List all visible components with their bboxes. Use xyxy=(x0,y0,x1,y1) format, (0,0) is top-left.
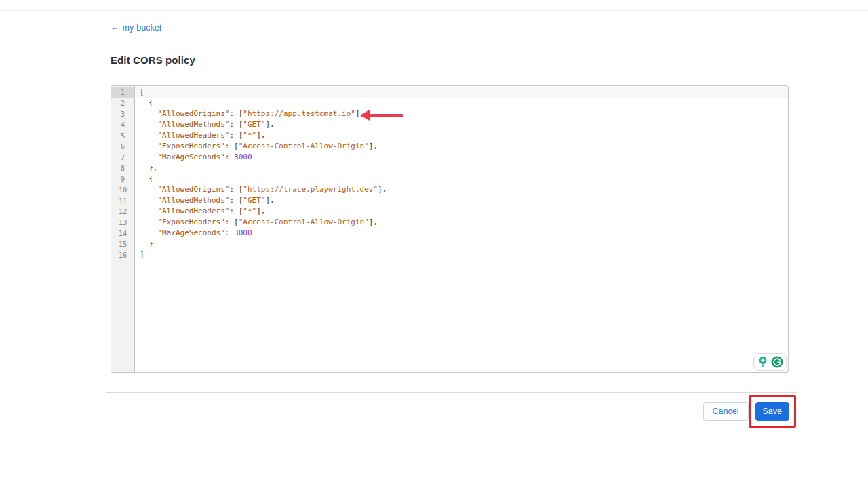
code-token: : [ xyxy=(229,207,243,216)
code-token: "AllowedHeaders" xyxy=(158,207,230,216)
code-token: ] xyxy=(140,250,144,259)
code-token: }, xyxy=(140,163,158,172)
code-token: "MaxAgeSeconds" xyxy=(158,228,225,237)
line-number: 3 xyxy=(111,108,134,119)
code-token: "AllowedOrigins" xyxy=(158,109,230,118)
editor-line-number-gutter: 12345678910111213141516 xyxy=(111,86,135,372)
line-number: 13 xyxy=(111,217,134,228)
code-token xyxy=(140,120,158,129)
code-line: "ExposeHeaders": ["Access-Control-Allow-… xyxy=(136,217,788,228)
line-number: 16 xyxy=(111,249,134,260)
code-token: "MaxAgeSeconds" xyxy=(158,152,225,161)
code-token: : [ xyxy=(229,131,243,140)
code-line: "MaxAgeSeconds": 3000 xyxy=(136,152,788,163)
grammarly-icon[interactable] xyxy=(771,356,783,368)
code-token xyxy=(140,207,158,216)
code-line: "AllowedMethods": ["GET"], xyxy=(136,195,788,206)
code-line: "AllowedMethods": ["GET"], xyxy=(136,119,788,130)
code-line: "AllowedOrigins": ["https://app.testomat… xyxy=(136,108,788,119)
code-token: ], xyxy=(256,131,265,140)
line-number: 4 xyxy=(111,119,134,130)
code-token: { xyxy=(140,98,153,107)
code-token: "Access-Control-Allow-Origin" xyxy=(239,218,369,226)
code-token xyxy=(140,196,158,205)
save-button[interactable]: Save xyxy=(755,402,790,421)
suggestion-lightbulb-icon[interactable] xyxy=(757,356,769,368)
code-token: "AllowedOrigins" xyxy=(158,185,230,194)
code-token: ], xyxy=(355,109,364,118)
line-number: 9 xyxy=(111,174,134,184)
line-number: 6 xyxy=(111,141,134,152)
code-line: "ExposeHeaders": ["Access-Control-Allow-… xyxy=(136,141,788,152)
line-number: 1 xyxy=(111,87,134,98)
code-line: [ xyxy=(136,87,788,98)
code-token: 3000 xyxy=(234,228,252,237)
code-token: ], xyxy=(265,120,274,129)
code-token: : xyxy=(225,152,234,161)
code-line: { xyxy=(136,98,788,108)
code-token: "https://app.testomat.io" xyxy=(243,109,355,118)
back-link-label: my-bucket xyxy=(123,23,162,33)
line-number: 15 xyxy=(111,239,134,249)
cors-policy-editor[interactable]: 12345678910111213141516 [ { "AllowedOrig… xyxy=(111,85,789,373)
code-line: "AllowedHeaders": ["*"], xyxy=(136,206,788,217)
back-link[interactable]: ← my-bucket xyxy=(111,23,161,33)
top-bar xyxy=(0,0,868,11)
editor-code-area[interactable]: [ { "AllowedOrigins": ["https://app.test… xyxy=(136,86,788,372)
page-title: Edit CORS policy xyxy=(111,54,195,66)
code-token: "GET" xyxy=(243,196,265,205)
code-token: : [ xyxy=(229,109,243,118)
code-token xyxy=(140,152,158,161)
code-token xyxy=(140,228,158,237)
code-token: ], xyxy=(256,207,265,216)
cancel-button[interactable]: Cancel xyxy=(703,402,749,421)
save-button-highlight-box: Save xyxy=(749,395,797,428)
footer-divider xyxy=(106,392,797,393)
line-number: 10 xyxy=(111,184,134,195)
code-token: } xyxy=(140,239,153,248)
line-number: 5 xyxy=(111,130,134,141)
code-token: ], xyxy=(369,218,378,226)
code-line: }, xyxy=(136,163,788,174)
code-token xyxy=(140,142,158,150)
code-token: "GET" xyxy=(243,120,265,129)
code-line: "MaxAgeSeconds": 3000 xyxy=(136,228,788,239)
code-token: [ xyxy=(140,87,144,96)
line-number: 14 xyxy=(111,228,134,239)
code-token: ], xyxy=(378,185,387,194)
code-token: 3000 xyxy=(234,152,252,161)
code-token: "ExposeHeaders" xyxy=(158,142,225,150)
code-line: ] xyxy=(136,249,788,260)
code-token xyxy=(140,185,158,194)
code-token: "ExposeHeaders" xyxy=(158,218,225,226)
code-line: { xyxy=(136,174,788,184)
code-token: "*" xyxy=(243,207,256,216)
code-line: "AllowedOrigins": ["https://trace.playwr… xyxy=(136,184,788,195)
code-token: "https://trace.playwright.dev" xyxy=(243,185,378,194)
code-token: "Access-Control-Allow-Origin" xyxy=(239,142,369,150)
code-line: } xyxy=(136,239,788,249)
code-token: : [ xyxy=(225,218,239,226)
code-token: : [ xyxy=(225,142,239,150)
code-token: "*" xyxy=(243,131,256,140)
code-token: "AllowedMethods" xyxy=(158,120,230,129)
code-token: ], xyxy=(369,142,378,150)
code-token: "AllowedHeaders" xyxy=(158,131,230,140)
code-token: ], xyxy=(265,196,274,205)
code-token: : [ xyxy=(229,185,243,194)
line-number: 12 xyxy=(111,206,134,217)
code-token: : xyxy=(225,228,234,237)
line-number: 7 xyxy=(111,152,134,163)
code-token xyxy=(140,218,158,226)
code-token: { xyxy=(140,174,153,183)
code-token: : [ xyxy=(229,120,243,129)
grammarly-assistant-widget[interactable] xyxy=(753,353,787,371)
code-line: "AllowedHeaders": ["*"], xyxy=(136,130,788,141)
line-number: 2 xyxy=(111,98,134,108)
code-token: "AllowedMethods" xyxy=(158,196,230,205)
code-token xyxy=(140,109,158,118)
line-number: 8 xyxy=(111,163,134,174)
code-token xyxy=(140,131,158,140)
back-arrow-icon: ← xyxy=(111,23,119,33)
code-token: : [ xyxy=(229,196,243,205)
